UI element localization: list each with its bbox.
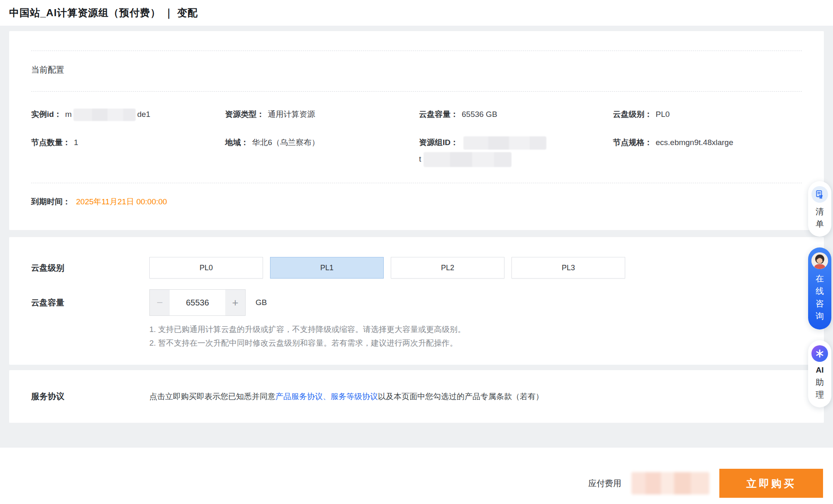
field-resource-type: 资源类型：通用计算资源	[225, 107, 414, 122]
field-region: 地域：华北6（乌兰察布）	[225, 135, 414, 150]
checklist-cart-icon	[811, 186, 828, 203]
redacted-resource-group-id-line2	[424, 152, 511, 167]
product-agreement-link[interactable]: 产品服务协议	[275, 392, 323, 401]
field-disk-level: 云盘级别：PL0	[613, 107, 802, 122]
agreement-text: 点击立即购买即表示您已知悉并同意产品服务协议、服务等级协议以及本页面中您勾选过的…	[149, 391, 802, 402]
support-agent-avatar	[811, 252, 828, 269]
redacted-resource-group-id	[463, 136, 546, 150]
sla-agreement-link[interactable]: 服务等级协议	[331, 392, 378, 401]
buy-bar: 应付费用 立即购买	[0, 448, 833, 504]
field-instance-id: 实例id：mde1	[31, 107, 220, 122]
redacted-instance-id	[73, 109, 136, 121]
field-node-count: 节点数量：1	[31, 135, 220, 150]
disk-level-option-pl2[interactable]: PL2	[391, 257, 504, 279]
divider	[31, 91, 802, 92]
ai-assistant-widget[interactable]: AI 助 理	[808, 340, 831, 407]
ai-sparkle-icon	[811, 345, 828, 362]
agreement-label: 服务协议	[31, 391, 149, 402]
fee-label: 应付费用	[588, 478, 621, 489]
buy-now-button[interactable]: 立即购买	[719, 469, 823, 498]
capacity-input[interactable]	[170, 290, 225, 315]
stepper-minus-button[interactable]: −	[150, 290, 170, 315]
note-line-2: 2. 暂不支持在一次升配中同时修改云盘级别和容量。若有需求，建议进行两次升配操作…	[149, 336, 802, 350]
disk-level-option-pl3[interactable]: PL3	[511, 257, 625, 279]
disk-level-option-pl1-selected[interactable]: PL1	[270, 257, 384, 279]
disk-capacity-label: 云盘容量	[31, 297, 149, 308]
capacity-stepper: − +	[149, 289, 246, 316]
config-grid: 实例id：mde1 资源类型：通用计算资源 云盘容量：65536 GB 云盘级别…	[31, 107, 802, 180]
field-node-spec: 节点规格：ecs.ebmgn9t.48xlarge	[613, 135, 802, 150]
disk-level-option-pl0[interactable]: PL0	[149, 257, 263, 279]
field-disk-capacity: 云盘容量：65536 GB	[419, 107, 608, 122]
capacity-unit: GB	[256, 298, 267, 307]
disk-level-options: PL0 PL1 PL2 PL3	[149, 257, 802, 279]
checklist-widget[interactable]: 清 单	[808, 181, 831, 237]
page-title: 中国站_AI计算资源组（预付费） ｜ 变配	[9, 6, 198, 19]
capacity-notes: 1. 支持已购通用计算云盘的升级或扩容，不支持降级或缩容。请选择更大容量或更高级…	[149, 322, 802, 350]
disk-level-row: 云盘级别 PL0 PL1 PL2 PL3	[31, 237, 802, 279]
stepper-plus-button[interactable]: +	[225, 290, 245, 315]
page-header: 中国站_AI计算资源组（预付费） ｜ 变配	[0, 0, 833, 26]
side-widgets: 清 单 在 线 咨 询 AI	[808, 181, 831, 407]
redacted-fee-amount	[631, 472, 709, 494]
expire-time-value: 2025年11月21日 00:00:00	[76, 197, 167, 206]
expire-time-row: 到期时间： 2025年11月21日 00:00:00	[31, 183, 802, 207]
main-content: 当前配置 实例id：mde1 资源类型：通用计算资源 云盘容量：65536 GB…	[0, 26, 833, 423]
disk-capacity-row: 云盘容量 − + GB	[31, 289, 802, 316]
current-config-title: 当前配置	[31, 51, 802, 91]
current-config-card: 当前配置 实例id：mde1 资源类型：通用计算资源 云盘容量：65536 GB…	[9, 31, 824, 230]
agreement-card: 服务协议 点击立即购买即表示您已知悉并同意产品服务协议、服务等级协议以及本页面中…	[9, 370, 824, 423]
disk-level-label: 云盘级别	[31, 262, 149, 274]
online-consult-widget[interactable]: 在 线 咨 询	[808, 247, 831, 330]
modify-config-card: 云盘级别 PL0 PL1 PL2 PL3 云盘容量 − + GB 1. 支持已购	[9, 237, 824, 365]
field-resource-group-id: 资源组ID： t	[419, 135, 608, 168]
note-line-1: 1. 支持已购通用计算云盘的升级或扩容，不支持降级或缩容。请选择更大容量或更高级…	[149, 322, 802, 336]
